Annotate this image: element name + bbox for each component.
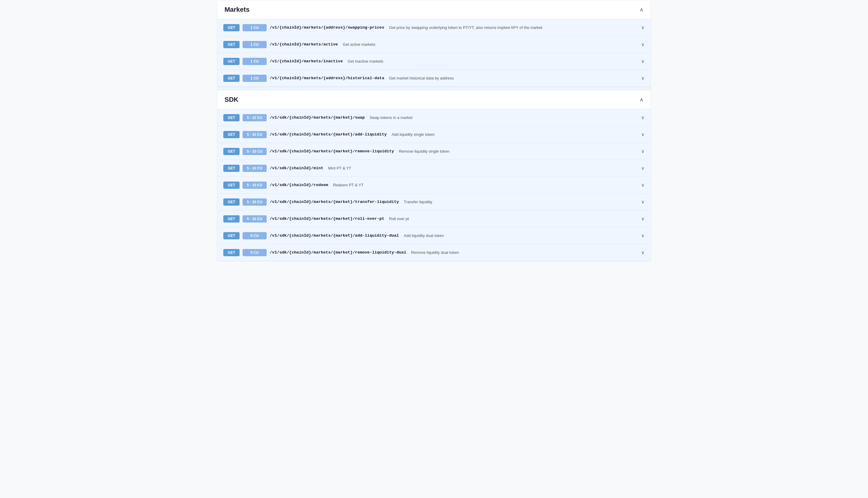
badge-cu-sdk-6: 5 - 10 CU bbox=[243, 215, 267, 223]
api-row-right-sdk-6[interactable]: ∨ bbox=[641, 216, 645, 222]
api-chevron-down-markets-3: ∨ bbox=[641, 76, 645, 81]
badge-get-sdk-4: GET bbox=[223, 182, 240, 189]
section-spacer bbox=[217, 87, 651, 90]
badge-get-sdk-8: GET bbox=[223, 249, 240, 256]
api-path-sdk-8: /v1/sdk/{chainId}/markets/{market}/remov… bbox=[270, 250, 406, 255]
api-description-markets-2: Get inactive markets bbox=[348, 59, 384, 64]
api-row-right-sdk-2[interactable]: ∨ bbox=[641, 148, 645, 154]
api-description-sdk-2: Remove liquidity single token bbox=[399, 149, 449, 154]
api-path-markets-1: /v1/{chainId}/markets/active bbox=[270, 42, 338, 47]
api-row-sdk-8[interactable]: GET5 CU/v1/sdk/{chainId}/markets/{market… bbox=[217, 244, 651, 261]
api-description-sdk-7: Add liquidity dual token bbox=[404, 233, 444, 238]
badge-get-markets-3: GET bbox=[223, 75, 240, 82]
api-row-sdk-1[interactable]: GET5 - 10 CU/v1/sdk/{chainId}/markets/{m… bbox=[217, 126, 651, 143]
api-description-sdk-8: Remove liquidity dual token bbox=[411, 250, 459, 255]
api-chevron-down-sdk-2: ∨ bbox=[641, 149, 645, 154]
api-chevron-down-sdk-0: ∨ bbox=[641, 115, 645, 120]
api-path-sdk-5: /v1/sdk/{chainId}/markets/{market}/trans… bbox=[270, 200, 399, 204]
badge-cu-sdk-3: 5 - 10 CU bbox=[243, 165, 267, 172]
badge-get-sdk-1: GET bbox=[223, 131, 240, 138]
api-row-sdk-4[interactable]: GET5 - 10 CU/v1/sdk/{chainId}/redeemRede… bbox=[217, 177, 651, 194]
badge-get-sdk-6: GET bbox=[223, 215, 240, 223]
page-container: Markets∧GET1 CU/v1/{chainId}/markets/{ad… bbox=[217, 0, 651, 261]
section-title-sdk: SDK bbox=[225, 96, 238, 104]
api-row-right-sdk-7[interactable]: ∨ bbox=[641, 233, 645, 238]
badge-get-sdk-3: GET bbox=[223, 165, 240, 172]
api-row-sdk-7[interactable]: GET5 CU/v1/sdk/{chainId}/markets/{market… bbox=[217, 227, 651, 244]
api-description-markets-0: Get price by swapping underlying token t… bbox=[389, 25, 542, 30]
api-path-sdk-2: /v1/sdk/{chainId}/markets/{market}/remov… bbox=[270, 149, 394, 154]
api-chevron-down-markets-1: ∨ bbox=[641, 42, 645, 47]
api-path-markets-2: /v1/{chainId}/markets/inactive bbox=[270, 59, 343, 64]
api-row-sdk-0[interactable]: GET5 - 12 CU/v1/sdk/{chainId}/markets/{m… bbox=[217, 109, 651, 126]
badge-get-sdk-7: GET bbox=[223, 232, 240, 239]
api-description-sdk-6: Roll over pt bbox=[389, 217, 409, 221]
badge-cu-sdk-7: 5 CU bbox=[243, 232, 267, 239]
api-row-sdk-6[interactable]: GET5 - 10 CU/v1/sdk/{chainId}/markets/{m… bbox=[217, 210, 651, 227]
api-chevron-down-sdk-4: ∨ bbox=[641, 182, 645, 187]
api-row-sdk-5[interactable]: GET5 - 10 CU/v1/sdk/{chainId}/markets/{m… bbox=[217, 194, 651, 210]
api-row-markets-1[interactable]: GET1 CU/v1/{chainId}/markets/activeGet a… bbox=[217, 36, 651, 53]
api-row-right-markets-1[interactable]: ∨ bbox=[641, 41, 645, 47]
api-description-sdk-0: Swap tokens in a market bbox=[370, 115, 412, 120]
api-row-right-markets-0[interactable]: ∨ bbox=[641, 25, 645, 30]
api-path-sdk-7: /v1/sdk/{chainId}/markets/{market}/add-l… bbox=[270, 233, 399, 238]
section-chevron-sdk[interactable]: ∧ bbox=[640, 96, 643, 103]
badge-get-markets-1: GET bbox=[223, 41, 240, 48]
api-description-sdk-1: Add liquidity single token bbox=[391, 132, 435, 137]
api-row-right-markets-2[interactable]: ∨ bbox=[641, 58, 645, 64]
api-row-right-sdk-1[interactable]: ∨ bbox=[641, 132, 645, 137]
badge-cu-sdk-2: 5 - 10 CU bbox=[243, 148, 267, 155]
api-chevron-down-sdk-3: ∨ bbox=[641, 166, 645, 171]
api-description-sdk-5: Transfer liquidity bbox=[404, 200, 432, 204]
api-row-right-sdk-0[interactable]: ∨ bbox=[641, 115, 645, 120]
api-path-sdk-1: /v1/sdk/{chainId}/markets/{market}/add-l… bbox=[270, 132, 387, 137]
badge-cu-markets-0: 1 CU bbox=[243, 24, 267, 31]
badge-get-sdk-2: GET bbox=[223, 148, 240, 155]
section-chevron-markets[interactable]: ∧ bbox=[640, 6, 643, 13]
api-path-markets-0: /v1/{chainId}/markets/{address}/swapping… bbox=[270, 25, 384, 30]
badge-cu-sdk-4: 5 - 10 CU bbox=[243, 182, 267, 189]
api-description-markets-3: Get market historical data by address bbox=[389, 76, 454, 80]
badge-cu-markets-2: 1 CU bbox=[243, 58, 267, 65]
api-row-right-sdk-3[interactable]: ∨ bbox=[641, 165, 645, 171]
api-row-markets-3[interactable]: GET1 CU/v1/{chainId}/markets/{address}/h… bbox=[217, 70, 651, 87]
section-header-markets[interactable]: Markets∧ bbox=[217, 0, 651, 19]
section-markets: Markets∧GET1 CU/v1/{chainId}/markets/{ad… bbox=[217, 0, 651, 87]
api-chevron-down-markets-0: ∨ bbox=[641, 25, 645, 30]
badge-get-sdk-5: GET bbox=[223, 198, 240, 206]
api-description-sdk-4: Redeem PT & YT bbox=[333, 183, 363, 187]
api-chevron-down-sdk-7: ∨ bbox=[641, 233, 645, 238]
api-path-sdk-6: /v1/sdk/{chainId}/markets/{market}/roll-… bbox=[270, 217, 384, 221]
api-chevron-down-sdk-1: ∨ bbox=[641, 132, 645, 137]
badge-cu-markets-1: 1 CU bbox=[243, 41, 267, 48]
badge-cu-sdk-1: 5 - 10 CU bbox=[243, 131, 267, 138]
badge-cu-markets-3: 1 CU bbox=[243, 75, 267, 82]
badge-cu-sdk-8: 5 CU bbox=[243, 249, 267, 256]
api-row-markets-2[interactable]: GET1 CU/v1/{chainId}/markets/inactiveGet… bbox=[217, 53, 651, 70]
api-row-right-markets-3[interactable]: ∨ bbox=[641, 75, 645, 81]
api-row-right-sdk-8[interactable]: ∨ bbox=[641, 250, 645, 255]
api-chevron-down-sdk-8: ∨ bbox=[641, 250, 645, 255]
badge-get-markets-0: GET bbox=[223, 24, 240, 31]
api-chevron-down-markets-2: ∨ bbox=[641, 59, 645, 64]
badge-cu-sdk-0: 5 - 12 CU bbox=[243, 114, 267, 121]
api-chevron-down-sdk-6: ∨ bbox=[641, 216, 645, 221]
api-row-sdk-2[interactable]: GET5 - 10 CU/v1/sdk/{chainId}/markets/{m… bbox=[217, 143, 651, 160]
api-description-markets-1: Get active markets bbox=[343, 42, 375, 47]
api-row-sdk-3[interactable]: GET5 - 10 CU/v1/sdk/{chainId}/mintMint P… bbox=[217, 160, 651, 177]
api-description-sdk-3: Mint PT & YT bbox=[328, 166, 351, 170]
api-path-sdk-3: /v1/sdk/{chainId}/mint bbox=[270, 166, 323, 170]
badge-get-sdk-0: GET bbox=[223, 114, 240, 121]
api-path-markets-3: /v1/{chainId}/markets/{address}/historic… bbox=[270, 76, 384, 80]
badge-get-markets-2: GET bbox=[223, 58, 240, 65]
api-chevron-down-sdk-5: ∨ bbox=[641, 199, 645, 205]
api-row-right-sdk-5[interactable]: ∨ bbox=[641, 199, 645, 205]
api-path-sdk-0: /v1/sdk/{chainId}/markets/{market}/swap bbox=[270, 115, 365, 120]
section-header-sdk[interactable]: SDK∧ bbox=[217, 90, 651, 109]
badge-cu-sdk-5: 5 - 10 CU bbox=[243, 198, 267, 206]
section-sdk: SDK∧GET5 - 12 CU/v1/sdk/{chainId}/market… bbox=[217, 90, 651, 261]
api-path-sdk-4: /v1/sdk/{chainId}/redeem bbox=[270, 183, 328, 187]
api-row-right-sdk-4[interactable]: ∨ bbox=[641, 182, 645, 188]
api-row-markets-0[interactable]: GET1 CU/v1/{chainId}/markets/{address}/s… bbox=[217, 19, 651, 36]
